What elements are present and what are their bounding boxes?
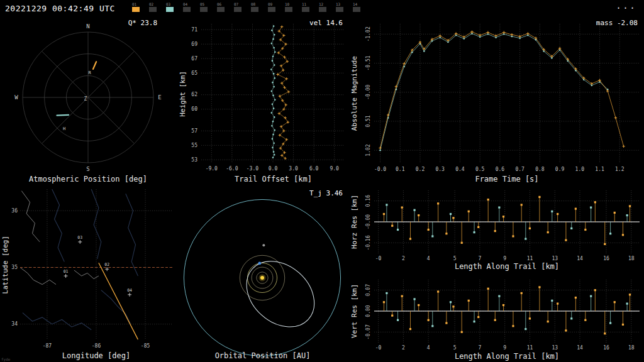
- station-status-swatch: [217, 7, 225, 12]
- station-indicator-01[interactable]: 01: [132, 2, 140, 12]
- station-status-swatch: [234, 7, 242, 12]
- station-status-swatch: [166, 7, 174, 12]
- svg-text:0.5: 0.5: [475, 167, 485, 172]
- station-indicator-13[interactable]: 13: [336, 2, 344, 12]
- svg-text:36: 36: [11, 208, 18, 214]
- svg-text:-3.0: -3.0: [247, 166, 258, 172]
- svg-text:60: 60: [191, 106, 197, 112]
- svg-text:0.8: 0.8: [535, 167, 545, 172]
- station-status-swatch: [285, 7, 292, 12]
- station-indicator-14[interactable]: 14: [353, 2, 361, 12]
- svg-text:S: S: [86, 166, 89, 172]
- trail-offset-caption: Trail Offset [km]: [197, 175, 349, 184]
- svg-text:-87: -87: [43, 343, 52, 349]
- svg-text:-0.00: -0.00: [365, 85, 371, 100]
- station-indicator-09[interactable]: 09: [268, 2, 276, 12]
- svg-text:W: W: [14, 94, 18, 101]
- mass-label: mass -2.08: [596, 19, 638, 27]
- station-indicator-03[interactable]: 03: [166, 2, 174, 12]
- length-along-trail-caption-top: Length Along Trail [km]: [370, 262, 644, 271]
- station-indicator-10[interactable]: 10: [285, 2, 293, 12]
- more-stations-button[interactable]: ...: [616, 0, 636, 11]
- svg-text:0.1: 0.1: [396, 167, 405, 172]
- station-indicator-06[interactable]: 06: [217, 2, 225, 12]
- svg-text:65: 65: [191, 70, 197, 76]
- svg-text:1.02: 1.02: [365, 144, 371, 156]
- station-number: 01: [132, 2, 136, 6]
- svg-text:4: 4: [427, 256, 430, 261]
- station-indicator-07[interactable]: 07: [234, 2, 242, 12]
- utc-timestamp: 20221229 00:42:49 UTC: [5, 4, 115, 13]
- ground-track-map: -87-86-8534353601020304: [0, 185, 176, 362]
- svg-text:-0: -0: [375, 345, 382, 351]
- velocity-label: vel 14.6: [309, 19, 343, 27]
- svg-text:2: 2: [402, 345, 405, 351]
- svg-text:H: H: [63, 126, 65, 131]
- svg-text:0.6: 0.6: [496, 167, 505, 172]
- station-number: 07: [234, 2, 238, 6]
- orbital-position-panel: T_j 3.46 Orbital Position [AU]: [176, 185, 349, 362]
- svg-text:13: 13: [552, 256, 558, 261]
- watermark: fyde: [1, 357, 10, 361]
- station-indicator-08[interactable]: 08: [251, 2, 259, 12]
- height-axis-label: Height [km]: [179, 71, 187, 117]
- svg-text:01: 01: [64, 269, 69, 274]
- atmospheric-polar-chart: NSEWZRH: [0, 18, 176, 185]
- station-status-swatch: [183, 7, 191, 12]
- svg-text:-85: -85: [141, 343, 150, 349]
- q-reciprocal-label: Q* 23.8: [128, 19, 157, 27]
- svg-text:53: 53: [191, 157, 197, 163]
- svg-text:-0.16: -0.16: [365, 235, 371, 250]
- station-status-swatch: [336, 7, 343, 12]
- svg-text:14: 14: [577, 345, 583, 351]
- svg-text:4: 4: [427, 345, 430, 351]
- station-status-swatch: [149, 7, 157, 12]
- svg-text:14: 14: [577, 256, 583, 261]
- residuals-panel: -02457911131416180.16-0.00-0.16-02457911…: [349, 185, 644, 362]
- svg-text:-0: -0: [375, 256, 382, 261]
- svg-text:R: R: [89, 70, 92, 75]
- longitude-caption: Longitude [deg]: [16, 351, 176, 360]
- svg-text:1.1: 1.1: [595, 167, 604, 172]
- svg-text:16: 16: [603, 345, 609, 351]
- meteor-analysis-dashboard: 20221229 00:42:49 UTC 010203040506070809…: [0, 0, 644, 362]
- tisserand-label: T_j 3.46: [309, 189, 343, 197]
- latitude-axis-label: Latitude [deg]: [1, 236, 9, 294]
- station-number: 02: [149, 2, 153, 6]
- station-status-swatch: [251, 7, 258, 12]
- top-bar: 20221229 00:42:49 UTC 010203040506070809…: [0, 0, 644, 18]
- svg-text:02: 02: [104, 262, 109, 267]
- svg-text:71: 71: [191, 27, 197, 33]
- station-indicator-02[interactable]: 02: [149, 2, 157, 12]
- station-number: 13: [336, 2, 340, 6]
- station-number: 03: [166, 2, 170, 6]
- svg-text:7: 7: [479, 345, 482, 351]
- svg-text:18: 18: [628, 256, 635, 261]
- station-number: 10: [285, 2, 289, 6]
- svg-text:03: 03: [77, 235, 82, 240]
- svg-text:-0.00: -0.00: [365, 214, 371, 229]
- station-indicator-05[interactable]: 05: [200, 2, 208, 12]
- station-number: 14: [353, 2, 357, 6]
- station-indicator-12[interactable]: 12: [319, 2, 327, 12]
- svg-text:-6.0: -6.0: [226, 166, 238, 172]
- svg-text:0.51: 0.51: [365, 115, 371, 127]
- station-indicator-04[interactable]: 04: [183, 2, 191, 12]
- frame-time-caption: Frame Time [s]: [370, 175, 644, 184]
- svg-text:0.0: 0.0: [269, 166, 278, 172]
- station-status-swatch: [319, 7, 326, 12]
- orbit-diagram: [176, 185, 349, 362]
- station-indicator-11[interactable]: 11: [302, 2, 310, 12]
- magnitude-panel: -0.00.10.20.30.40.50.60.70.80.91.01.11.2…: [349, 18, 644, 185]
- svg-text:11: 11: [527, 256, 533, 261]
- svg-text:67: 67: [191, 56, 197, 62]
- atmospheric-caption: Atmospheric Position [deg]: [0, 175, 176, 184]
- station-number: 08: [251, 2, 255, 6]
- residuals-charts: -02457911131416180.16-0.00-0.16-02457911…: [349, 185, 644, 362]
- svg-text:0.4: 0.4: [455, 167, 465, 172]
- svg-text:0.00: 0.00: [365, 305, 371, 317]
- horz-res-axis-label: Horz Res [km]: [350, 195, 358, 249]
- station-indicator-bar: 0102030405060708091011121314: [132, 2, 361, 12]
- svg-text:34: 34: [11, 321, 18, 327]
- svg-text:-86: -86: [92, 343, 101, 349]
